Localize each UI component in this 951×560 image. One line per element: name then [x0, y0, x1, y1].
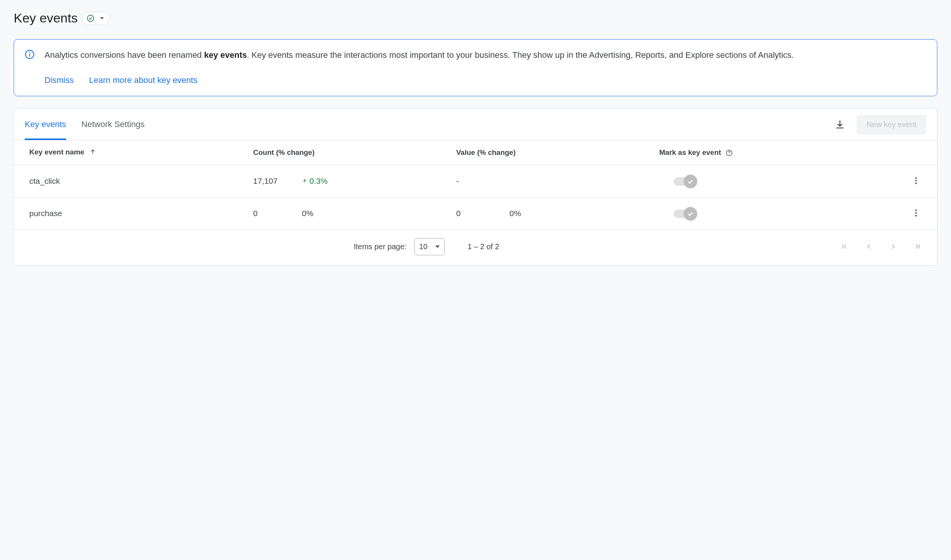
- page-size-value: 10: [419, 242, 428, 251]
- count-change: 0.3%: [302, 177, 328, 186]
- value-value: 0: [456, 209, 471, 218]
- items-per-page-label: Items per page:: [354, 242, 407, 251]
- check-circle-icon: [86, 14, 95, 22]
- check-icon: [687, 178, 694, 185]
- chevron-down-icon: [100, 17, 104, 19]
- col-header-mark-label: Mark as key event: [659, 148, 721, 156]
- cell-event-name: cta_click: [14, 165, 245, 197]
- first-page-button[interactable]: [840, 242, 849, 251]
- chevron-left-icon: [865, 242, 873, 251]
- paginator: Items per page: 10 1 – 2 of 2: [14, 230, 937, 265]
- cell-actions: [854, 165, 937, 197]
- status-filter-dropdown[interactable]: [82, 12, 110, 25]
- svg-point-9: [915, 210, 917, 211]
- page-title-row: Key events: [14, 11, 937, 25]
- cell-actions: [854, 197, 937, 229]
- svg-point-6: [915, 177, 917, 179]
- col-header-value-label: Value (% change): [456, 148, 515, 156]
- svg-point-3: [29, 52, 30, 53]
- first-page-icon: [840, 242, 849, 251]
- cell-value: -: [448, 165, 651, 197]
- chevron-right-icon: [889, 242, 897, 251]
- count-value: 0: [253, 209, 284, 218]
- col-header-count-label: Count (% change): [253, 148, 315, 156]
- events-card: Key events Network Settings New key even…: [14, 108, 937, 265]
- svg-point-0: [87, 15, 94, 21]
- count-value: 17,107: [253, 177, 284, 186]
- col-header-count[interactable]: Count (% change): [245, 140, 448, 165]
- new-key-event-button[interactable]: New key event: [857, 115, 926, 134]
- more-button[interactable]: [910, 175, 922, 186]
- next-page-button[interactable]: [889, 242, 897, 251]
- download-button[interactable]: [834, 118, 846, 130]
- cell-event-name: purchase: [14, 197, 245, 229]
- svg-point-8: [915, 183, 917, 184]
- events-table: Key event name Count (% change) Value (%…: [14, 140, 937, 229]
- count-change-value: 0.3%: [310, 177, 328, 186]
- col-header-value[interactable]: Value (% change): [448, 140, 651, 165]
- col-header-mark: Mark as key event: [651, 140, 854, 165]
- table-row: purchase00%00%: [14, 197, 937, 229]
- value-change: 0%: [509, 209, 521, 218]
- dismiss-link[interactable]: Dismiss: [45, 75, 74, 85]
- count-change: 0%: [302, 209, 313, 218]
- check-icon: [687, 210, 694, 218]
- cell-count: 17,1070.3%: [245, 165, 448, 197]
- info-text-bold: key events: [204, 50, 247, 60]
- tab-key-events[interactable]: Key events: [25, 109, 66, 140]
- count-change-value: 0%: [302, 209, 313, 218]
- cell-toggle: [651, 165, 854, 197]
- arrow-up-icon: [302, 178, 307, 184]
- svg-point-7: [915, 180, 917, 181]
- more-vert-icon: [911, 176, 921, 185]
- info-text: Analytics conversions have been renamed …: [45, 49, 926, 62]
- last-page-icon: [913, 242, 922, 251]
- svg-point-5: [729, 154, 730, 155]
- last-page-button[interactable]: [913, 242, 922, 251]
- info-banner: Analytics conversions have been renamed …: [14, 39, 937, 96]
- mark-toggle[interactable]: [674, 210, 695, 218]
- cell-toggle: [651, 197, 854, 229]
- svg-point-11: [915, 215, 917, 216]
- more-button[interactable]: [910, 207, 922, 219]
- col-header-name[interactable]: Key event name: [14, 140, 245, 165]
- svg-point-10: [915, 212, 917, 214]
- prev-page-button[interactable]: [865, 242, 873, 251]
- info-text-pre: Analytics conversions have been renamed: [45, 50, 204, 60]
- chevron-down-icon: [435, 245, 440, 248]
- info-text-post: . Key events measure the interactions mo…: [247, 50, 794, 60]
- mark-toggle[interactable]: [674, 177, 695, 186]
- page-title: Key events: [14, 11, 78, 25]
- value-value: -: [456, 177, 471, 186]
- info-icon: [25, 49, 35, 59]
- more-vert-icon: [911, 208, 921, 218]
- paginator-range: 1 – 2 of 2: [468, 242, 499, 251]
- tab-network-settings[interactable]: Network Settings: [81, 109, 145, 140]
- download-icon: [835, 119, 845, 130]
- sort-asc-icon: [89, 148, 96, 157]
- help-icon[interactable]: [725, 149, 733, 157]
- table-row: cta_click17,1070.3%-: [14, 165, 937, 197]
- learn-more-link[interactable]: Learn more about key events: [89, 75, 197, 85]
- cell-value: 00%: [448, 197, 651, 229]
- page-size-select[interactable]: 10: [414, 238, 445, 255]
- col-header-name-label: Key event name: [29, 148, 84, 156]
- cell-count: 00%: [245, 197, 448, 229]
- tabs: Key events Network Settings: [25, 109, 834, 140]
